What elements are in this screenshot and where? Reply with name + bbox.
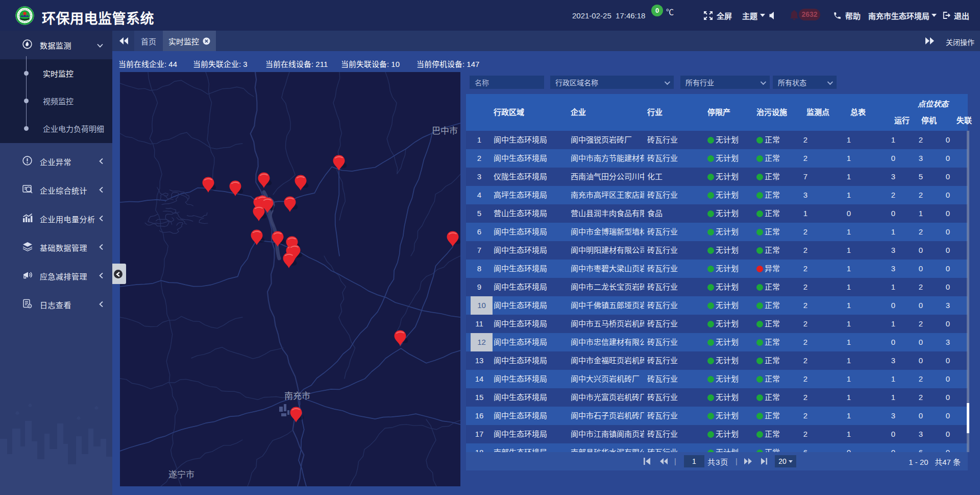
svg-text:南充市: 南充市 [284, 391, 310, 401]
svg-text:遂宁市: 遂宁市 [168, 470, 194, 480]
svg-text:巴中市: 巴中市 [432, 126, 458, 136]
